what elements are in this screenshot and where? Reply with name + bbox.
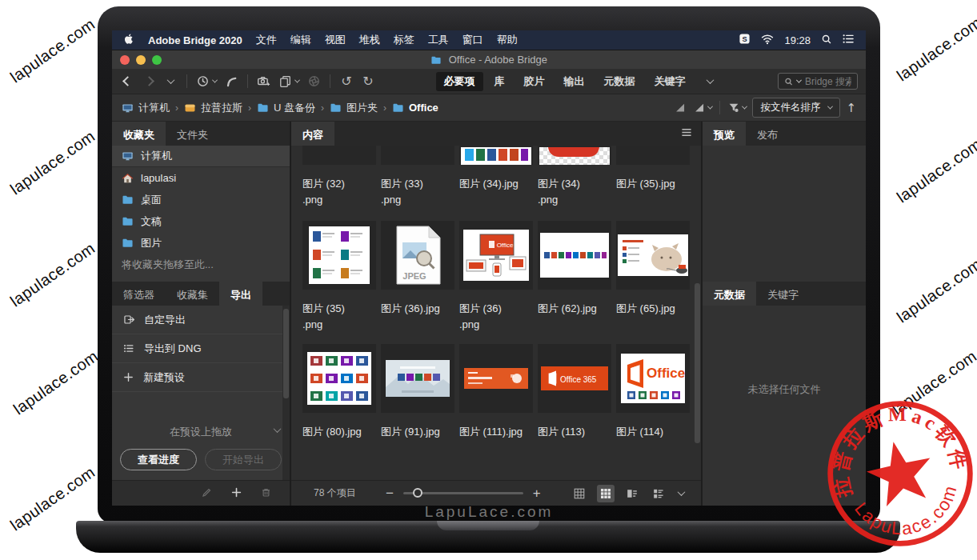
file-item[interactable]: 图片 (80).jpg xyxy=(302,344,376,458)
file-item[interactable]: 图片 (111).jpg xyxy=(459,344,533,458)
watermark-text: lapulace.com xyxy=(894,255,977,327)
filter-items-button[interactable] xyxy=(727,99,747,117)
thumbnail-view-button[interactable] xyxy=(597,485,615,502)
search-input[interactable] xyxy=(805,76,851,87)
navigation-dropdown-button[interactable] xyxy=(163,73,178,90)
folder-icon xyxy=(122,238,134,248)
breadcrumb-computer[interactable]: 计算机 xyxy=(122,101,170,115)
tab-preview[interactable]: 预览 xyxy=(703,122,746,146)
smaller-thumbnails-button[interactable]: − xyxy=(386,486,394,500)
workspace-tab-libraries[interactable]: 库 xyxy=(486,72,513,91)
file-item[interactable]: 图片 (35).jpg xyxy=(616,146,690,210)
workspace-tab-filmstrip[interactable]: 胶片 xyxy=(516,72,553,91)
view-options-button[interactable] xyxy=(676,488,687,498)
open-in-camera-raw-button[interactable] xyxy=(306,73,321,90)
menu-clock[interactable]: 19:28 xyxy=(784,34,811,46)
favorites-item-documents[interactable]: 文稿 xyxy=(112,210,290,232)
forward-button[interactable] xyxy=(142,73,156,90)
recent-files-button[interactable] xyxy=(196,73,217,90)
rotate-right-button[interactable]: ↻ xyxy=(361,73,375,90)
tab-keywords[interactable]: 关键字 xyxy=(756,282,810,306)
favorites-item-desktop[interactable]: 桌面 xyxy=(112,189,290,210)
tab-publish[interactable]: 发布 xyxy=(746,122,789,146)
menu-window[interactable]: 窗口 xyxy=(462,33,483,47)
tab-content[interactable]: 内容 xyxy=(291,122,334,146)
export-item-custom[interactable]: 自定导出 xyxy=(112,306,290,334)
workspace-tab-essentials[interactable]: 必要项 xyxy=(436,72,483,91)
back-button[interactable] xyxy=(120,73,134,90)
slider-track[interactable] xyxy=(403,492,523,494)
file-item[interactable]: JPEG 图片 (36).jpg xyxy=(381,221,454,334)
view-progress-button[interactable]: 查看进度 xyxy=(120,449,197,470)
breadcrumb-office[interactable]: Office xyxy=(392,102,438,114)
sort-ascending-button[interactable]: ↑ xyxy=(846,101,856,115)
grid-lock-view-button[interactable] xyxy=(571,485,588,502)
delete-preset-button[interactable] xyxy=(260,486,272,501)
menu-app-name[interactable]: Adobe Bridge 2020 xyxy=(148,34,242,46)
home-icon xyxy=(122,173,134,184)
workspace-dropdown-button[interactable] xyxy=(703,73,718,90)
file-item[interactable]: Office 图片 (36).png xyxy=(459,221,533,334)
file-item[interactable]: Office 图片 (114) xyxy=(616,344,690,458)
workspace-tab-keywords[interactable]: 关键字 xyxy=(647,72,694,91)
tab-export[interactable]: 导出 xyxy=(219,282,262,306)
file-item[interactable]: 图片 (65).jpg xyxy=(616,221,690,334)
tab-metadata[interactable]: 元数据 xyxy=(703,282,756,306)
menu-file[interactable]: 文件 xyxy=(256,33,277,47)
file-item[interactable]: 图片 (62).jpg xyxy=(538,221,611,334)
bridge-search-box[interactable] xyxy=(778,73,858,90)
slider-knob[interactable] xyxy=(413,488,422,498)
content-scrollbar[interactable] xyxy=(694,146,701,480)
larger-thumbnails-button[interactable]: + xyxy=(533,486,541,500)
apple-logo-icon[interactable] xyxy=(123,33,134,47)
menu-stacks[interactable]: 堆栈 xyxy=(359,33,380,47)
tab-favorites[interactable]: 收藏夹 xyxy=(112,122,166,146)
get-photos-from-camera-button[interactable] xyxy=(257,73,271,90)
wifi-icon[interactable] xyxy=(761,34,774,47)
sort-dropdown[interactable]: 按文件名排序 xyxy=(752,98,840,118)
file-item[interactable]: 图片 (34).jpg xyxy=(459,146,533,210)
breadcrumb-pictures-folder[interactable]: 图片夹 xyxy=(330,101,378,115)
file-item[interactable]: 图片 (91).jpg xyxy=(381,344,454,458)
menu-tools[interactable]: 工具 xyxy=(428,33,449,47)
tab-filter[interactable]: 筛选器 xyxy=(112,282,166,306)
quality-filter-button[interactable] xyxy=(693,99,712,117)
file-item[interactable]: 图片 (34).png xyxy=(538,146,611,210)
file-item[interactable]: 图片 (32).png xyxy=(302,146,376,210)
start-export-button[interactable]: 开始导出 xyxy=(205,449,282,470)
export-item-dng[interactable]: 导出到 DNG xyxy=(112,334,290,363)
export-item-new-preset[interactable]: 新建预设 xyxy=(112,363,290,392)
content-panel-menu-button[interactable] xyxy=(680,127,693,140)
path-bar: 计算机 › 拉普拉斯 › U 盘备份 › 图片夹 › xyxy=(112,94,866,122)
file-item[interactable]: 图片 (35).png xyxy=(302,221,376,334)
menu-help[interactable]: 帮助 xyxy=(497,33,518,47)
boomerang-return-button[interactable] xyxy=(224,73,238,90)
add-preset-button[interactable] xyxy=(230,486,242,501)
details-view-button[interactable] xyxy=(623,485,641,502)
menu-view[interactable]: 视图 xyxy=(325,33,346,47)
favorites-item-computer[interactable]: 计算机 xyxy=(112,146,290,167)
edit-preset-button[interactable] xyxy=(201,486,213,501)
rotate-left-button[interactable]: ↺ xyxy=(339,73,354,90)
file-item[interactable]: 图片 (33).png xyxy=(381,146,454,210)
rating-filter-button[interactable] xyxy=(673,99,687,117)
tab-folders[interactable]: 文件夹 xyxy=(166,122,219,146)
export-scrollbar[interactable] xyxy=(282,306,290,480)
file-item[interactable]: Office 365 图片 (113) xyxy=(538,344,611,458)
preview-tabbar: 预览 发布 xyxy=(703,122,866,146)
favorites-item-home[interactable]: lapulasi xyxy=(112,167,290,189)
proxy-app-icon[interactable]: S xyxy=(739,33,751,47)
control-center-icon[interactable] xyxy=(843,34,855,46)
workspace-tab-metadata[interactable]: 元数据 xyxy=(596,72,643,91)
batch-rename-button[interactable] xyxy=(278,73,299,90)
breadcrumb-drive[interactable]: 拉普拉斯 xyxy=(184,101,242,115)
menu-label[interactable]: 标签 xyxy=(394,33,414,47)
workspace-tab-output[interactable]: 输出 xyxy=(556,72,593,91)
menu-edit[interactable]: 编辑 xyxy=(290,33,311,47)
tab-collections[interactable]: 收藏集 xyxy=(166,282,219,306)
list-view-button[interactable] xyxy=(650,485,667,502)
favorites-item-pictures[interactable]: 图片 xyxy=(112,232,290,254)
spotlight-search-icon[interactable] xyxy=(821,34,832,47)
breadcrumb-usb-backup[interactable]: U 盘备份 xyxy=(257,101,315,115)
window-title-bar: Office - Adobe Bridge xyxy=(112,50,866,69)
